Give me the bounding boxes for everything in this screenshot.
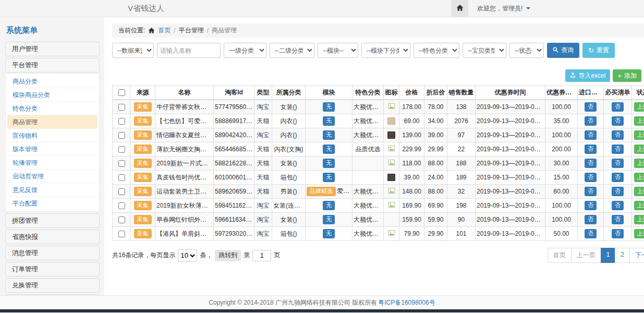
must-buy-toggle[interactable]: 否 (612, 201, 624, 210)
sidebar-item[interactable]: 商品管理 (7, 115, 98, 129)
imported-toggle[interactable]: 否 (585, 229, 597, 238)
row-checkbox[interactable] (118, 160, 125, 167)
sidebar-item[interactable]: 意见反馈 (7, 183, 98, 197)
row-checkbox[interactable] (118, 174, 125, 181)
jump-page-input[interactable] (252, 250, 271, 261)
sidebar-group[interactable]: 平台管理 (5, 58, 100, 73)
must-buy-toggle[interactable]: 否 (612, 215, 624, 224)
imported-toggle[interactable]: 否 (585, 159, 597, 168)
jump-button[interactable]: 跳转到 (215, 250, 241, 261)
filter-select-module-subcategory[interactable]: --模块下分类-- (361, 43, 410, 58)
filter-select-module[interactable]: --模块-- (318, 43, 358, 58)
filter-select-item-type[interactable]: --宝贝类型-- (463, 43, 506, 58)
reset-button[interactable]: ↻ 重置 (582, 43, 615, 58)
imported-toggle[interactable]: 否 (585, 187, 597, 196)
imported-toggle[interactable]: 否 (585, 145, 597, 154)
pager-button[interactable]: 首页 (548, 248, 572, 263)
imported-toggle[interactable]: 否 (585, 173, 597, 182)
app-title: V省钱达人 (128, 0, 164, 17)
product-category: 女装(连衣裙) (272, 199, 306, 213)
row-checkbox[interactable] (118, 118, 125, 125)
must-buy-toggle[interactable]: 否 (612, 102, 624, 112)
row-checkbox[interactable] (118, 202, 125, 209)
filter-select-level1-category[interactable]: 一级分类 (224, 43, 266, 58)
imported-toggle[interactable]: 否 (585, 116, 597, 126)
jump-prefix: 第 (244, 251, 250, 260)
sidebar-group[interactable]: 兑换管理 (5, 278, 100, 293)
imported-toggle[interactable]: 否 (585, 130, 597, 140)
status-toggle[interactable]: 上架 (634, 130, 644, 140)
row-checkbox[interactable] (118, 188, 125, 195)
per-page-select[interactable]: 10 (178, 249, 197, 262)
import-excel-button[interactable]: 导入excel (565, 69, 610, 82)
home-button[interactable] (451, 0, 468, 17)
must-buy-toggle[interactable]: 否 (612, 187, 624, 196)
col-coupon-time: 优惠券时间 (476, 86, 545, 100)
sidebar-item[interactable]: 特色分类 (7, 102, 98, 115)
source-cell: 采集 (130, 128, 155, 142)
sidebar-group[interactable]: 提现管理 (5, 294, 100, 295)
status-toggle[interactable]: 上架 (634, 116, 644, 126)
sidebar-item[interactable]: 轮播管理 (7, 156, 98, 170)
sidebar-item[interactable]: 商品分类 (7, 75, 98, 88)
sidebar-item[interactable]: 宣传物料 (7, 129, 98, 142)
row-checkbox[interactable] (118, 132, 125, 139)
sidebar-group[interactable]: 省惠快报 (5, 230, 100, 244)
source-badge: 采集 (134, 201, 152, 210)
status-toggle[interactable]: 上架 (634, 102, 644, 112)
status-toggle[interactable]: 上架 (634, 215, 644, 224)
breadcrumb-home-link[interactable]: 首页 (158, 26, 171, 35)
sidebar-item[interactable]: 模块商品分类 (7, 88, 98, 102)
must-buy-toggle[interactable]: 否 (612, 116, 624, 126)
imported-toggle[interactable]: 否 (585, 102, 597, 112)
add-button[interactable]: + 添加 (613, 69, 641, 82)
pager-button[interactable]: 1 (601, 248, 616, 263)
module-badge: 无 (323, 145, 335, 154)
row-checkbox[interactable] (118, 146, 125, 153)
sidebar-item[interactable]: 平台配置 (7, 197, 98, 210)
imported-toggle[interactable]: 否 (585, 201, 597, 210)
search-button[interactable]: 查询 (547, 43, 579, 58)
sidebar-item[interactable]: 启动页管理 (7, 170, 98, 183)
must-buy-toggle[interactable]: 否 (612, 145, 624, 154)
must-buy-toggle[interactable]: 否 (612, 229, 624, 238)
filter-select-feature-category[interactable]: --特色分类-- (414, 43, 459, 58)
icp-link[interactable]: 粤ICP备16098006号 (378, 298, 435, 307)
pager-button[interactable]: 2 (615, 248, 630, 263)
name-search-input[interactable] (157, 43, 221, 58)
row-checkbox[interactable] (118, 216, 125, 223)
select-all-checkbox[interactable] (118, 89, 125, 96)
sidebar-heading: 系统菜单 (5, 22, 100, 42)
sales-count: 90 (447, 213, 476, 227)
status-toggle[interactable]: 上架 (634, 145, 644, 154)
sidebar-item[interactable]: 版本管理 (7, 142, 98, 156)
icon-cell (384, 227, 399, 241)
sidebar-group[interactable]: 拼团管理 (5, 213, 100, 228)
status-toggle[interactable]: 上架 (634, 187, 644, 196)
coupon-amount: 100.00 (545, 100, 578, 114)
user-menu[interactable]: 欢迎您，管理员! (472, 0, 536, 17)
pager-button[interactable]: 下一页 (629, 248, 644, 263)
pager-button[interactable]: 上一页 (571, 248, 601, 263)
price: 39.00 (399, 171, 424, 185)
row-checkbox[interactable] (118, 231, 125, 237)
must-buy-toggle[interactable]: 否 (612, 130, 624, 140)
row-checkbox[interactable] (118, 104, 125, 111)
sidebar-group[interactable]: 用户管理 (5, 42, 100, 56)
status-toggle[interactable]: 上架 (634, 159, 644, 168)
filter-select-level2-category[interactable]: --二级分类-- (270, 43, 314, 58)
status-toggle[interactable]: 上架 (634, 201, 644, 210)
status-toggle[interactable]: 上架 (634, 229, 644, 238)
imported-toggle[interactable]: 否 (585, 215, 597, 224)
filter-select-data-source[interactable]: --数据来源-- (112, 43, 154, 58)
sidebar-group[interactable]: 消息管理 (5, 246, 100, 260)
must-buy-toggle[interactable]: 否 (612, 159, 624, 168)
sidebar-menu-panel: 消息管理 (5, 246, 100, 260)
status-toggle[interactable]: 上架 (634, 173, 644, 182)
checkbox-cell (113, 227, 130, 241)
filter-select-status[interactable]: --状态-- (509, 43, 544, 58)
product-type: 淘宝 (254, 213, 272, 227)
sidebar-group[interactable]: 订单管理 (5, 262, 100, 276)
must-buy-toggle[interactable]: 否 (612, 173, 624, 182)
breadcrumb: 当前位置: 首页 / 平台管理 / 商品管理 (112, 23, 644, 38)
